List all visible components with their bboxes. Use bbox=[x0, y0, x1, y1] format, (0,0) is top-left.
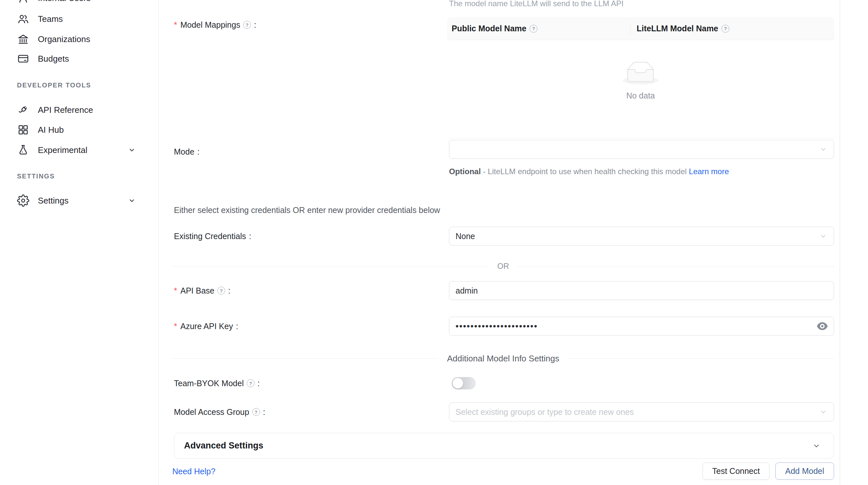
flask-icon bbox=[17, 144, 29, 156]
no-data-text: No data bbox=[626, 91, 655, 100]
grid-icon bbox=[17, 124, 29, 136]
team-byok-label: Team-BYOK Model ? : bbox=[174, 377, 260, 389]
sidebar-item-label: AI Hub bbox=[38, 125, 64, 135]
required-marker: * bbox=[174, 286, 177, 295]
litellm-admin-screen: Internal Users Teams Organizations Budge… bbox=[0, 0, 868, 485]
sidebar-item-ai-hub[interactable]: AI Hub bbox=[0, 120, 140, 139]
chevron-down-icon bbox=[128, 197, 136, 204]
help-circle-icon[interactable]: ? bbox=[252, 408, 260, 416]
table-empty-state: No data bbox=[447, 40, 834, 138]
gear-icon bbox=[17, 194, 29, 207]
sidebar-item-label: Budgets bbox=[38, 54, 69, 64]
sidebar-item-internal-users[interactable]: Internal Users bbox=[0, 0, 140, 8]
required-marker: * bbox=[174, 322, 177, 331]
chevron-down-icon bbox=[812, 442, 821, 450]
credit-card-icon bbox=[17, 53, 29, 65]
or-divider-text: OR bbox=[497, 262, 509, 271]
sidebar-section-title-developer-tools: DEVELOPER TOOLS bbox=[17, 82, 91, 89]
sidebar-item-experimental[interactable]: Experimental bbox=[0, 140, 140, 160]
required-marker: * bbox=[174, 20, 177, 30]
model-mappings-label: * Model Mappings ? : bbox=[174, 19, 256, 31]
api-base-input[interactable]: admin bbox=[449, 281, 834, 300]
additional-info-divider-text: Additional Model Info Settings bbox=[447, 354, 559, 364]
user-icon bbox=[17, 0, 29, 4]
content-right-border bbox=[840, 0, 840, 485]
sidebar-item-label: Internal Users bbox=[38, 0, 91, 3]
select-chevron-down-icon bbox=[819, 146, 827, 153]
credentials-note: Either select existing credentials OR en… bbox=[174, 205, 440, 215]
advanced-settings-accordion[interactable]: Advanced Settings bbox=[174, 433, 834, 459]
model-mappings-table: Public Model Name ? LiteLLM Model Name ?… bbox=[447, 17, 834, 144]
model-access-group-placeholder: Select existing groups or type to create… bbox=[456, 408, 634, 417]
help-circle-icon[interactable]: ? bbox=[721, 25, 729, 33]
existing-credentials-label: Existing Credentials : bbox=[174, 230, 251, 242]
azure-api-key-input[interactable]: •••••••••••••••••••••• bbox=[449, 317, 834, 335]
sidebar-item-label: API Reference bbox=[38, 105, 93, 115]
sidebar-item-api-reference[interactable]: API Reference bbox=[0, 100, 140, 120]
empty-box-icon bbox=[623, 62, 658, 85]
need-help-link[interactable]: Need Help? bbox=[172, 467, 215, 476]
help-circle-icon[interactable]: ? bbox=[217, 287, 225, 294]
model-access-group-label: Model Access Group ? : bbox=[174, 406, 265, 418]
column-header-public-model-name: Public Model Name ? bbox=[447, 24, 630, 33]
masked-api-key-value: •••••••••••••••••••••• bbox=[456, 317, 538, 335]
sidebar-item-budgets[interactable]: Budgets bbox=[0, 49, 140, 68]
sidebar-item-label: Organizations bbox=[38, 34, 90, 44]
help-circle-icon[interactable]: ? bbox=[530, 25, 537, 33]
eye-icon[interactable] bbox=[817, 322, 828, 330]
model-name-caption: The model name LiteLLM will send to the … bbox=[449, 0, 624, 8]
learn-more-link[interactable]: Learn more bbox=[689, 167, 729, 176]
sidebar-item-teams[interactable]: Teams bbox=[0, 9, 140, 29]
sidebar-item-organizations[interactable]: Organizations bbox=[0, 29, 140, 49]
help-circle-icon[interactable]: ? bbox=[243, 21, 251, 29]
test-connect-button[interactable]: Test Connect bbox=[703, 462, 770, 480]
sidebar: Internal Users Teams Organizations Budge… bbox=[0, 0, 159, 485]
model-access-group-select[interactable]: Select existing groups or type to create… bbox=[449, 402, 834, 421]
or-divider: OR bbox=[172, 261, 834, 271]
select-chevron-down-icon bbox=[819, 232, 827, 240]
plug-icon bbox=[17, 104, 29, 116]
help-circle-icon[interactable]: ? bbox=[247, 379, 254, 387]
chevron-down-icon bbox=[128, 146, 136, 154]
mode-select[interactable] bbox=[449, 140, 834, 159]
api-base-value: admin bbox=[456, 286, 478, 295]
add-model-button[interactable]: Add Model bbox=[775, 462, 834, 480]
mode-helper-text: Optional - LiteLLM endpoint to use when … bbox=[449, 165, 759, 178]
sidebar-item-label: Experimental bbox=[38, 145, 88, 155]
existing-credentials-select[interactable]: None bbox=[449, 227, 834, 246]
select-chevron-down-icon bbox=[819, 408, 827, 416]
mode-label: Mode : bbox=[174, 146, 200, 158]
sidebar-section-title-settings: SETTINGS bbox=[17, 172, 55, 180]
additional-info-divider: Additional Model Info Settings bbox=[172, 354, 834, 363]
toggle-knob bbox=[453, 378, 463, 388]
table-header-row: Public Model Name ? LiteLLM Model Name ? bbox=[447, 17, 834, 40]
column-header-litellm-model-name: LiteLLM Model Name ? bbox=[630, 23, 729, 35]
users-icon bbox=[17, 13, 29, 25]
team-byok-toggle[interactable] bbox=[452, 377, 476, 389]
advanced-settings-title: Advanced Settings bbox=[184, 441, 264, 451]
sidebar-item-label: Settings bbox=[38, 196, 68, 206]
azure-api-key-label: * Azure API Key : bbox=[174, 320, 238, 332]
api-base-label: * API Base ? : bbox=[174, 285, 230, 296]
bank-icon bbox=[17, 33, 29, 45]
existing-credentials-value: None bbox=[456, 232, 475, 241]
sidebar-item-label: Teams bbox=[38, 14, 63, 24]
sidebar-item-settings[interactable]: Settings bbox=[0, 191, 140, 211]
